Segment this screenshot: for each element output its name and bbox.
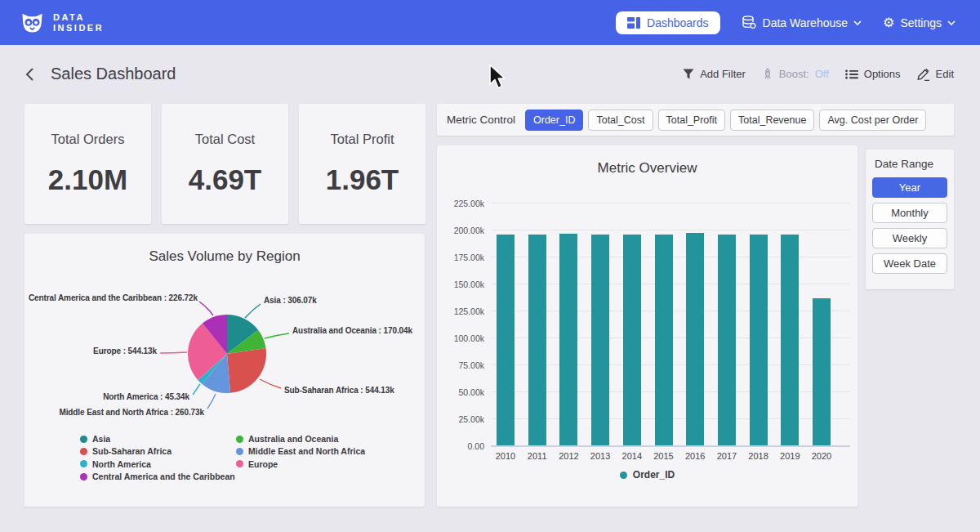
bar-chart-card: Metric Overview 225.00k200.00k175.00k150…: [437, 145, 858, 507]
x-axis-tick: 2018: [742, 451, 775, 461]
filter-funnel-icon: [683, 69, 694, 79]
brand-line2: INSIDER: [53, 23, 104, 34]
y-axis-tick: 100.00k: [439, 333, 484, 343]
bar-2015[interactable]: [655, 235, 673, 445]
x-axis-tick: 2017: [710, 451, 743, 461]
legend-dot: [80, 436, 87, 443]
nav-menu: Dashboards Data Warehouse: [616, 11, 956, 34]
edit-pencil-icon: [917, 68, 930, 81]
edit-button[interactable]: Edit: [917, 68, 954, 81]
boost-toggle[interactable]: Boost: Off: [762, 68, 829, 80]
bar-2013[interactable]: [591, 235, 609, 445]
legend-dot: [80, 448, 87, 455]
back-button[interactable]: [23, 65, 36, 83]
legend-dot: [236, 460, 243, 467]
add-filter-button[interactable]: Add Filter: [683, 68, 746, 80]
metric-chip-total-cost[interactable]: Total_Cost: [588, 110, 653, 131]
y-axis-tick: 200.00k: [439, 226, 484, 235]
data-warehouse-label: Data Warehouse: [763, 16, 849, 29]
gridline: [491, 203, 850, 203]
y-axis-tick: 75.00k: [439, 360, 484, 370]
options-button[interactable]: Options: [845, 68, 901, 80]
boost-state: Off: [815, 68, 829, 80]
date-range-button-year[interactable]: Year: [872, 177, 947, 198]
back-chevron-icon: [24, 67, 34, 82]
metric-chip-total-revenue[interactable]: Total_Revenue: [730, 110, 814, 131]
settings-menu[interactable]: ⚙ Settings: [883, 16, 956, 29]
x-axis-tick: 2012: [552, 451, 585, 461]
bar-2020[interactable]: [813, 298, 831, 445]
metric-chip-total-profit[interactable]: Total_Profit: [658, 110, 726, 131]
legend-dot: [236, 448, 243, 455]
legend-dot: [236, 436, 243, 443]
brand-logo[interactable]: DATA INSIDER: [20, 10, 104, 35]
bar-2019[interactable]: [781, 235, 799, 445]
pie-legend-item-europe[interactable]: Europe: [236, 459, 278, 469]
bar-2012[interactable]: [559, 234, 577, 446]
bar-2018[interactable]: [750, 235, 768, 445]
rocket-icon: [762, 68, 773, 80]
settings-label: Settings: [900, 16, 942, 29]
pie-legend-item-asia[interactable]: Asia: [80, 434, 110, 444]
dashboard-toolbar: Sales Dashboard Add Filter Boost: Off: [0, 45, 980, 92]
metric-chip-order-id[interactable]: Order_ID: [525, 110, 583, 131]
date-range-label: Date Range: [875, 158, 947, 170]
data-warehouse-menu[interactable]: Data Warehouse: [742, 16, 862, 29]
date-range-button-monthly[interactable]: Monthly: [872, 203, 947, 223]
kpi-label: Total Cost: [195, 132, 255, 147]
legend-dot: [80, 460, 87, 467]
app: DATA INSIDER Dashboards: [0, 0, 980, 532]
kpi-label: Total Profit: [331, 132, 394, 147]
database-icon: [742, 16, 757, 29]
gridline: [491, 230, 850, 230]
kpi-card-total-cost: Total Cost 4.69T: [162, 104, 288, 224]
legend-dot: [620, 472, 627, 479]
kpi-value: 2.10M: [48, 163, 127, 196]
metric-chip-avg-cost-per-order[interactable]: Avg. Cost per Order: [819, 110, 926, 131]
y-axis-tick: 150.00k: [439, 279, 484, 289]
bar-2010[interactable]: [497, 235, 514, 445]
kpi-label: Total Orders: [51, 132, 125, 147]
bar-2011[interactable]: [528, 235, 546, 445]
dashboards-label: Dashboards: [647, 16, 709, 29]
chevron-down-icon: [853, 20, 862, 25]
pie-legend-item-north-america[interactable]: North America: [80, 459, 151, 469]
pie-legend-item-sub-saharan-africa[interactable]: Sub-Saharan Africa: [80, 446, 172, 456]
pie-chart-card: Sales Volume by Region Central America a…: [24, 234, 425, 507]
pie-legend-item-australia-and-oceania[interactable]: Australia and Oceania: [236, 434, 338, 444]
options-list-icon: [845, 69, 858, 79]
y-axis-tick: 0.00: [439, 441, 484, 451]
kpi-card-total-profit: Total Profit 1.96T: [299, 104, 425, 224]
owl-logo-icon: [20, 10, 45, 35]
page-title: Sales Dashboard: [51, 65, 176, 83]
chevron-down-icon: [947, 20, 956, 25]
toolbar-actions: Add Filter Boost: Off: [683, 68, 954, 81]
pie-legend-item-central-america-and-the-caribbean[interactable]: Central America and the Caribbean: [80, 472, 235, 481]
bar-2016[interactable]: [686, 233, 704, 445]
date-range-button-week-date[interactable]: Week Date: [872, 253, 947, 274]
y-axis-tick: 50.00k: [439, 387, 484, 397]
date-range-buttons: YearMonthlyWeeklyWeek Date: [872, 177, 947, 274]
bar-chart-title: Metric Overview: [437, 160, 858, 177]
metric-chip-row: Order_IDTotal_CostTotal_ProfitTotal_Reve…: [525, 110, 926, 131]
date-range-panel: Date Range YearMonthlyWeeklyWeek Date: [866, 150, 954, 289]
x-axis-tick: 2016: [679, 451, 711, 461]
top-nav: DATA INSIDER Dashboards: [0, 0, 980, 45]
x-axis-tick: 2010: [489, 451, 522, 461]
y-axis-tick: 25.00k: [439, 414, 484, 424]
dashboards-button[interactable]: Dashboards: [616, 11, 720, 34]
bar-2017[interactable]: [718, 235, 736, 445]
date-range-button-weekly[interactable]: Weekly: [872, 228, 947, 248]
dashboards-grid-icon: [627, 17, 640, 29]
boost-label: Boost:: [779, 68, 809, 80]
bar-legend-item-order-id[interactable]: Order_ID: [620, 469, 675, 481]
x-axis-tick: 2019: [773, 451, 806, 461]
bar-2014[interactable]: [623, 235, 641, 445]
metric-control-label: Metric Control: [447, 114, 515, 126]
brand-text: DATA INSIDER: [53, 12, 104, 34]
pie-legend-item-middle-east-and-north-africa[interactable]: Middle East and North Africa: [236, 446, 365, 456]
x-axis-line: [491, 445, 850, 447]
y-axis-tick: 125.00k: [439, 306, 484, 316]
x-axis-tick: 2015: [648, 451, 680, 461]
x-axis-tick: 2020: [805, 451, 838, 461]
